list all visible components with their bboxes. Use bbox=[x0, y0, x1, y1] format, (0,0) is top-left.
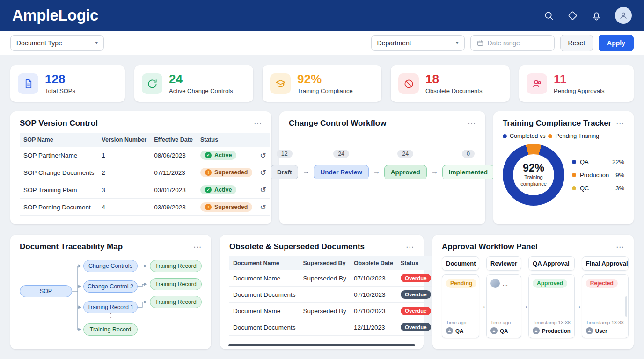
breakdown-label: QA bbox=[580, 158, 589, 165]
stage-chip-draft[interactable]: Draft bbox=[271, 165, 299, 180]
doc-name-cell: Document Documents bbox=[229, 319, 300, 336]
history-icon[interactable]: ↺ bbox=[260, 151, 266, 160]
version-cell: 2 bbox=[98, 164, 150, 181]
stage-chip-under-review[interactable]: Under Review bbox=[314, 165, 368, 180]
approval-card-final[interactable]: Rejected Timestamp 13:38 User bbox=[582, 274, 629, 338]
superseded-by-cell: Superseded By bbox=[300, 270, 350, 287]
vertical-scrollbar[interactable] bbox=[625, 296, 627, 317]
user-avatar[interactable] bbox=[615, 7, 632, 24]
status-badge: Overdue bbox=[401, 290, 431, 299]
breakdown-value: 3% bbox=[615, 185, 624, 192]
filter-right-group: Department ▾ Date range Reset Apply bbox=[371, 35, 634, 51]
diamond-icon[interactable] bbox=[567, 10, 578, 21]
trace-node-training-record[interactable]: Training Record bbox=[150, 278, 202, 290]
apply-button[interactable]: Apply bbox=[599, 35, 634, 51]
person-icon bbox=[533, 327, 540, 334]
history-icon[interactable]: ↺ bbox=[260, 203, 266, 212]
trace-node-training-record[interactable]: Training Record bbox=[83, 323, 138, 336]
app-logo[interactable]: AmpleLogic bbox=[12, 7, 98, 24]
person-icon bbox=[490, 327, 498, 334]
status-badge: Approved bbox=[533, 279, 567, 288]
history-icon[interactable]: ↺ bbox=[260, 186, 266, 194]
trace-node-training-record[interactable]: Training Record bbox=[150, 296, 202, 308]
kpi-active-change-controls[interactable]: 24 Active Change Controls bbox=[134, 65, 253, 102]
table-row[interactable]: SOP Training Plam 3 03/01/2023 ✓Active ↺ bbox=[20, 181, 270, 199]
traceability-map-panel: Document Traceability Map ⋯ bbox=[10, 235, 211, 349]
person-icon bbox=[446, 327, 453, 334]
kpi-label: Total SOPs bbox=[45, 87, 75, 94]
history-icon[interactable]: ↺ bbox=[260, 168, 266, 177]
date-cell: 03/09/2023 bbox=[150, 199, 197, 216]
stage-implemented: 0 Implemented bbox=[442, 150, 494, 180]
check-icon: ✓ bbox=[205, 152, 212, 158]
search-icon[interactable] bbox=[543, 10, 554, 21]
stage-draft: 12 Draft bbox=[271, 150, 299, 180]
ellipsis-menu-icon[interactable]: ⋯ bbox=[616, 120, 624, 128]
approval-column-reviewer: Reviewer ... Time ago QA bbox=[486, 256, 521, 338]
approval-column-header: Document bbox=[442, 256, 479, 271]
table-row[interactable]: Document Documents — 07/10/2023 Overdue bbox=[229, 287, 435, 303]
approval-card-qa[interactable]: Approved Timestamp 13:38 Production bbox=[528, 274, 575, 338]
breakdown-item-production: Production 9% bbox=[572, 172, 624, 179]
kpi-total-sops[interactable]: 128 Total SOPs bbox=[10, 65, 125, 102]
trace-node-change-control-2[interactable]: Change Control 2 bbox=[83, 280, 138, 293]
breakdown-item-qc: QC 3% bbox=[572, 185, 624, 192]
reviewer-ellipsis: ... bbox=[503, 280, 508, 287]
approval-card-document[interactable]: Pending Time ago QA bbox=[442, 274, 479, 338]
user-name: QA bbox=[500, 328, 508, 334]
user-row: QA bbox=[446, 327, 475, 334]
kpi-value: 11 bbox=[554, 73, 604, 86]
superseded-by-cell: Superseded By bbox=[300, 303, 350, 319]
panel-title: Approval Workflow Panel bbox=[442, 242, 538, 251]
arrow-right-icon: → bbox=[521, 286, 528, 309]
ellipsis-menu-icon[interactable]: ⋯ bbox=[193, 243, 202, 251]
qc-dot bbox=[572, 186, 576, 190]
table-row[interactable]: Document Documents — 12/11/2023 Overdue bbox=[229, 319, 435, 336]
donut-label: Training compliance bbox=[517, 174, 550, 187]
kpi-training-compliance[interactable]: 92% Training Compliance bbox=[263, 65, 381, 102]
users-icon bbox=[527, 73, 547, 94]
approval-columns: Document Pending Time ago QA → Reviewer bbox=[442, 256, 624, 338]
ellipsis-menu-icon[interactable]: ⋯ bbox=[616, 243, 624, 251]
donut-breakdown: QA 22% Production 9% QC 3% bbox=[572, 158, 624, 192]
table-row[interactable]: Document Name Superseded By 07/10/2023 O… bbox=[229, 303, 435, 319]
column-header: Superseded By bbox=[300, 256, 350, 270]
department-select[interactable]: Department ▾ bbox=[371, 35, 465, 51]
doc-name-cell: Document Name bbox=[229, 270, 300, 287]
stage-chip-implemented[interactable]: Implemented bbox=[442, 165, 494, 180]
ellipsis-menu-icon[interactable]: ⋯ bbox=[468, 120, 476, 128]
kpi-label: Training Compliance bbox=[297, 87, 353, 94]
table-row[interactable]: Document Name Superseded By 07/10/2023 O… bbox=[229, 270, 435, 287]
document-type-select[interactable]: Document Type ▾ bbox=[10, 35, 104, 51]
kpi-pending-approvals[interactable]: 11 Pending Approvals bbox=[519, 65, 634, 102]
reset-button[interactable]: Reset bbox=[560, 35, 593, 51]
panel-title: Document Traceability Map bbox=[20, 242, 123, 251]
stage-chip-approved[interactable]: Approved bbox=[384, 165, 427, 180]
kpi-obsolete-documents[interactable]: 18 Obsolete Documents bbox=[391, 65, 510, 102]
arrow-right-icon: → bbox=[373, 167, 380, 175]
approval-card-reviewer[interactable]: ... Time ago QA bbox=[486, 274, 521, 338]
table-row[interactable]: SOP Porning Document 4 03/09/2023 !Super… bbox=[20, 199, 270, 216]
ellipsis-menu-icon[interactable]: ⋯ bbox=[406, 243, 414, 251]
graduation-cap-icon bbox=[270, 73, 291, 94]
approval-column-header: QA Approval bbox=[528, 256, 575, 271]
trace-node-change-controls[interactable]: Change Controls bbox=[83, 260, 138, 272]
superseded-by-cell: — bbox=[300, 319, 350, 336]
ellipsis-menu-icon[interactable]: ⋯ bbox=[254, 120, 262, 128]
approval-column-qa-approval: QA Approval Approved Timestamp 13:38 Pro… bbox=[528, 256, 575, 338]
trace-node-sop[interactable]: SOP bbox=[20, 285, 72, 297]
trace-node-training-record[interactable]: Training Record bbox=[150, 260, 202, 272]
bell-icon[interactable] bbox=[591, 10, 602, 21]
date-cell: 07/10/2023 bbox=[350, 270, 397, 287]
table-row[interactable]: SOP Change Documents 2 07/11/2023 !Super… bbox=[20, 164, 270, 181]
horizontal-scrollbar[interactable] bbox=[228, 344, 415, 346]
training-donut[interactable]: 92% Training compliance bbox=[503, 144, 564, 206]
date-range-input[interactable]: Date range bbox=[470, 35, 555, 51]
chevron-down-icon: ▾ bbox=[95, 40, 98, 46]
panel-title: Training Compliance Tracker bbox=[503, 119, 611, 128]
time-label: Time ago bbox=[490, 320, 517, 325]
table-row[interactable]: SOP PartinerName 1 08/06/2023 ✓Active ↺ bbox=[20, 147, 270, 164]
approval-column-final-approval: Final Approval Rejected Timestamp 13:38 … bbox=[582, 256, 629, 338]
column-header: Effective Date bbox=[150, 133, 197, 147]
arrow-right-icon: → bbox=[479, 286, 486, 309]
